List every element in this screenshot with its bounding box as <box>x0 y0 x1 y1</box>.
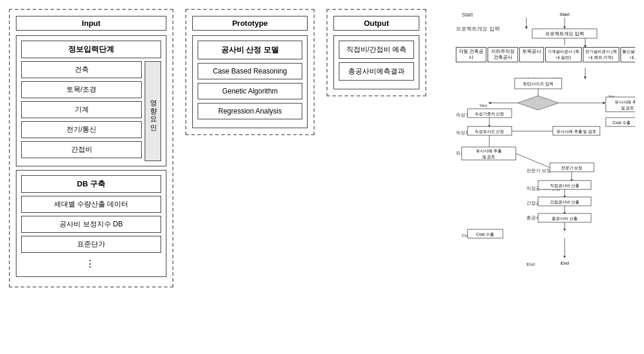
svg-marker-17 <box>488 125 490 128</box>
worker-4: 전기설비공사 (목내,목외,지역) <box>583 47 619 62</box>
info-input-title: 정보입력단계 <box>21 41 161 58</box>
output-title: Output <box>333 16 419 31</box>
flow-direct-cost: 직접공사비 산출 <box>526 185 560 192</box>
dots: ⋮ <box>21 256 161 272</box>
prototype-section: Prototype 공사비 산정 모델 Case Based Reasoning… <box>185 9 315 345</box>
svg-text:유사사례 추출: 유사사례 추출 <box>615 100 635 104</box>
svg-marker-43 <box>563 196 566 198</box>
info-item-4: 간접비 <box>21 141 142 158</box>
output-inner: 직접비/간접비 예측 총공사비예측결과 <box>333 35 419 89</box>
worker-1: 지하주차장 건축공사 <box>488 47 518 62</box>
prototype-section-title: 공사비 산정 모델 <box>198 41 302 59</box>
svg-rect-21 <box>553 126 600 135</box>
worker-5: 통신설비공사 (목내, 목외) <box>620 47 635 62</box>
regression-item: Regression Analysis <box>198 103 302 119</box>
db-box: DB 구축 세대별 수량산출 데이터 공사비 보정지수 DB 표준단가 ⋮ <box>16 170 166 277</box>
output-item-1: 총공사비예측결과 <box>339 62 414 81</box>
flow-cost-2: Cost 수출 <box>462 232 482 239</box>
svg-text:Start: Start <box>560 12 570 17</box>
svg-marker-57 <box>563 256 566 258</box>
prototype-outer: Prototype 공사비 산정 모델 Case Based Reasoning… <box>185 9 315 135</box>
worker-0: 각동 건축공사 <box>456 47 486 62</box>
worker-3: 기계설비공사 (목내,일반) <box>545 47 582 62</box>
svg-rect-26 <box>606 118 635 126</box>
svg-line-35 <box>516 153 550 168</box>
flow-project-input: 프로젝트개요 입력 <box>456 25 500 33</box>
info-item-1: 토목/조경 <box>21 81 142 98</box>
info-item-3: 전기/통신 <box>21 121 142 138</box>
prototype-title: Prototype <box>192 16 308 31</box>
flow-yes-1: Yes <box>479 103 487 108</box>
svg-marker-51 <box>563 229 566 231</box>
worker-2: 토목공사 <box>519 47 544 62</box>
svg-text:End: End <box>560 261 569 266</box>
db-title: DB 구축 <box>21 175 161 193</box>
flow-indirect-cost: 간접공사비 산출 <box>526 200 560 206</box>
flow-attr-type: 속성유사도 산정 <box>456 129 490 136</box>
flow-input-label: 토/단사이즈 입력 <box>526 76 562 83</box>
svg-text:Cost 수출: Cost 수출 <box>613 121 630 125</box>
flow-diagram-area: Start 프로젝트개요 입력 각동 건축공사 지하주차장 건축공사 토목공사 … <box>456 9 635 345</box>
svg-text:프로젝트개요 입력: 프로젝트개요 입력 <box>545 31 584 36</box>
flow-no-1: No <box>609 94 615 99</box>
flow-start: Start <box>462 12 473 18</box>
info-input-inner: 건축 토목/조경 기계 전기/통신 간접비 영향요인 <box>21 61 161 161</box>
input-outer-box: Input 정보입력단계 건축 토목/조경 기계 전기/통신 간접비 영향요인 <box>9 9 173 288</box>
svg-marker-11 <box>488 102 491 104</box>
input-section: Input 정보입력단계 건축 토목/조경 기계 전기/통신 간접비 영향요인 <box>9 9 173 345</box>
svg-text:전문가 보정: 전문가 보정 <box>561 166 583 170</box>
svg-marker-47 <box>563 212 566 215</box>
side-label: 영향요인 <box>145 61 161 161</box>
flow-expert: 전문가 보정 <box>526 168 551 174</box>
flow-diagram: Start 프로젝트개요 입력 각동 건축공사 지하주차장 건축공사 토목공사 … <box>456 9 635 345</box>
svg-marker-1 <box>525 26 528 29</box>
flow-total-cost: 총공사비 산출 <box>526 215 556 221</box>
db-item-1: 공사비 보정지수 DB <box>21 216 161 233</box>
info-input-box: 정보입력단계 건축 토목/조경 기계 전기/통신 간접비 영향요인 <box>16 35 166 166</box>
svg-marker-61 <box>563 26 566 29</box>
cbr-item: Case Based Reasoning <box>198 63 302 79</box>
output-outer: Output 직접비/간접비 예측 총공사비예측결과 <box>326 9 426 96</box>
svg-text:유사사례 추출 및 검토: 유사사례 추출 및 검토 <box>556 129 597 134</box>
info-item-2: 기계 <box>21 101 142 118</box>
svg-text:및 검토: 및 검토 <box>621 106 635 111</box>
svg-marker-5 <box>584 76 586 79</box>
flow-end: End <box>526 262 535 267</box>
output-item-0: 직접비/간접비 예측 <box>339 41 414 59</box>
svg-marker-9 <box>518 96 559 110</box>
svg-rect-62 <box>532 29 597 38</box>
ga-item: Genetic Algorithm <box>198 83 302 99</box>
flow-attr-weight: 속성가중치 산정 <box>456 112 490 118</box>
svg-rect-36 <box>550 163 594 172</box>
workers-row: 각동 건축공사 지하주차장 건축공사 토목공사 기계설비공사 (목내,일반) 전… <box>456 47 635 62</box>
info-items-list: 건축 토목/조경 기계 전기/통신 간접비 <box>21 61 142 161</box>
output-section: Output 직접비/간접비 예측 총공사비예측결과 <box>326 9 444 345</box>
db-item-2: 표준단가 <box>21 236 161 253</box>
db-item-0: 세대별 수량산출 데이터 <box>21 196 161 213</box>
svg-marker-39 <box>570 179 573 182</box>
prototype-inner: 공사비 산정 모델 Case Based Reasoning Genetic A… <box>192 35 308 128</box>
svg-marker-13 <box>603 102 606 104</box>
input-title: Input <box>16 16 166 31</box>
info-item-0: 건축 <box>21 61 142 78</box>
flow-similar-left: 유사사례 추출 및 검토 <box>456 150 502 156</box>
